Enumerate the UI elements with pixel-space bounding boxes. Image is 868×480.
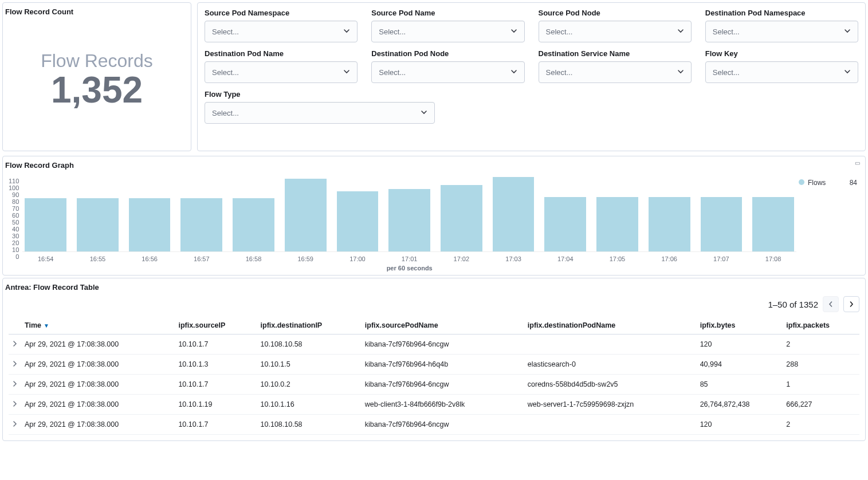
filter-select-6[interactable]: Select... [539,61,692,83]
panel-title: Flow Record Graph [3,156,865,170]
table-row[interactable]: Apr 29, 2021 @ 17:08:38.00010.10.1.1910.… [9,395,859,415]
prev-page-button[interactable] [823,296,839,312]
legend-value: 84 [850,179,857,187]
panel-title: Flow Record Count [3,3,191,16]
table-row[interactable]: Apr 29, 2021 @ 17:08:38.00010.10.1.310.1… [9,355,859,375]
flow-record-graph-panel: Flow Record Graph ▭ 11010090807060504030… [2,156,866,276]
cell-packets: 666,227 [783,395,859,415]
filter-select-2[interactable]: Select... [539,21,692,42]
expand-row-icon[interactable] [9,415,21,435]
chart-bar[interactable] [129,198,171,251]
table-header[interactable]: ipfix.packets [783,317,859,335]
chart-bar[interactable] [701,197,743,251]
chart-bar[interactable] [233,198,274,251]
sort-desc-icon: ▼ [44,322,49,329]
filter-select-flow-type[interactable]: Select... [205,102,435,124]
table-header[interactable]: Time▼ [21,317,175,335]
filter-label: Flow Key [705,49,858,58]
panel-title: Antrea: Flow Record Table [3,278,865,292]
expand-row-icon[interactable] [9,335,21,355]
filter-select-4[interactable]: Select... [205,61,358,83]
cell-packets: 2 [783,335,859,355]
chevron-down-icon [844,68,851,77]
page-info: 1–50 of 1352 [768,300,818,309]
select-placeholder: Select... [713,68,740,77]
next-page-button[interactable] [843,296,859,312]
cell-source-ip: 10.10.1.7 [175,335,257,355]
cell-time: Apr 29, 2021 @ 17:08:38.000 [21,335,175,355]
cell-source-ip: 10.10.1.7 [175,375,257,395]
flow-record-table: Time▼ipfix.sourceIPipfix.destinationIPip… [9,317,859,435]
select-placeholder: Select... [212,68,239,77]
panel-menu-icon[interactable]: ▭ [853,159,863,167]
filter-label: Destination Pod Node [371,49,524,58]
cell-source-ip: 10.10.1.3 [175,355,257,375]
table-header[interactable]: ipfix.destinationPodName [524,317,697,335]
cell-source-pod: kibana-7cf976b964-6ncgw [362,335,524,355]
filter-select-7[interactable]: Select... [705,61,858,83]
chart-bar[interactable] [180,198,222,251]
filter-label: Source Pod Name [371,9,524,17]
expand-row-icon[interactable] [9,375,21,395]
filter-select-5[interactable]: Select... [371,61,524,83]
chart-bar[interactable] [25,198,66,251]
chevron-down-icon [677,27,684,36]
chart-bar[interactable] [752,197,794,251]
table-header[interactable]: ipfix.sourceIP [175,317,257,335]
filter-select-1[interactable]: Select... [371,21,524,42]
cell-source-pod: kibana-7cf976b964-h6q4b [362,355,524,375]
table-header[interactable]: ipfix.bytes [697,317,783,335]
cell-dest-pod: web-server1-1-7c59959698-zxjzn [524,395,697,415]
chart-bar[interactable] [285,179,327,251]
chart-bar[interactable] [77,198,119,251]
chart-bars[interactable] [22,175,796,252]
table-row[interactable]: Apr 29, 2021 @ 17:08:38.00010.10.1.710.1… [9,335,859,355]
cell-dest-pod [524,335,697,355]
filter-label: Destination Pod Name [205,49,358,58]
chevron-down-icon [844,27,851,36]
cell-bytes: 85 [697,375,783,395]
chart-bar[interactable] [596,197,638,251]
chevron-down-icon [510,68,517,77]
cell-source-ip: 10.10.1.7 [175,415,257,435]
filters-panel: Source Pod NamespaceSelect...Source Pod … [197,2,866,151]
chevron-down-icon [343,27,350,36]
cell-source-pod: kibana-7cf976b964-6ncgw [362,375,524,395]
cell-bytes: 120 [697,415,783,435]
table-row[interactable]: Apr 29, 2021 @ 17:08:38.00010.10.1.710.1… [9,375,859,395]
chart-bar[interactable] [388,189,430,251]
table-header[interactable]: ipfix.destinationIP [257,317,362,335]
cell-time: Apr 29, 2021 @ 17:08:38.000 [21,415,175,435]
expand-row-icon[interactable] [9,395,21,415]
filter-label: Flow Type [205,90,525,99]
chart-bar[interactable] [337,191,379,251]
cell-bytes: 120 [697,335,783,355]
chart-bar[interactable] [441,185,482,251]
select-placeholder: Select... [546,27,573,36]
chart-bar[interactable] [493,177,535,251]
cell-time: Apr 29, 2021 @ 17:08:38.000 [21,375,175,395]
chevron-down-icon [421,109,427,117]
filter-label: Destination Pod Namespace [705,9,858,17]
chevron-down-icon [510,27,517,36]
filter-label: Source Pod Namespace [205,9,358,17]
cell-dest-ip: 10.10.1.5 [257,355,362,375]
cell-dest-ip: 10.108.10.58 [257,415,362,435]
cell-time: Apr 29, 2021 @ 17:08:38.000 [21,395,175,415]
select-placeholder: Select... [212,27,239,36]
chart-bar[interactable] [649,197,690,251]
table-row[interactable]: Apr 29, 2021 @ 17:08:38.00010.10.1.710.1… [9,415,859,435]
filter-select-0[interactable]: Select... [205,21,358,42]
table-header[interactable]: ipfix.sourcePodName [362,317,524,335]
filter-select-3[interactable]: Select... [705,21,858,42]
cell-source-pod: kibana-7cf976b964-6ncgw [362,415,524,435]
chart-bar[interactable] [544,197,586,251]
select-placeholder: Select... [379,27,406,36]
expand-row-icon[interactable] [9,355,21,375]
cell-dest-pod: elasticsearch-0 [524,355,697,375]
legend-swatch-icon [799,179,804,185]
cell-time: Apr 29, 2021 @ 17:08:38.000 [21,355,175,375]
legend-name[interactable]: Flows [808,179,826,187]
select-placeholder: Select... [212,109,239,117]
filter-label: Destination Service Name [539,49,692,58]
